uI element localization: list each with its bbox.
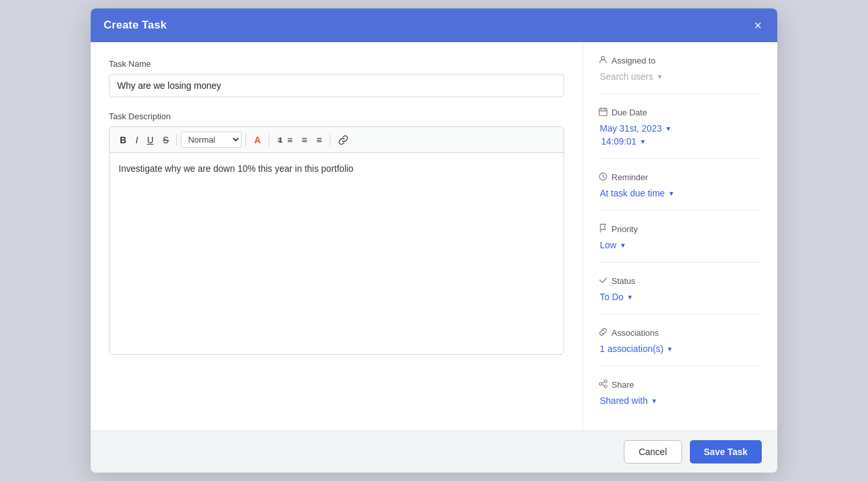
check-icon xyxy=(599,276,608,287)
due-date-value[interactable]: May 31st, 2023 ▼ xyxy=(600,123,762,134)
save-task-button[interactable]: Save Task xyxy=(690,440,762,463)
assigned-to-section: Assigned to Search users ▼ xyxy=(599,55,762,94)
assigned-to-label: Assigned to xyxy=(611,56,656,65)
toolbar-divider-4 xyxy=(330,134,330,146)
due-date-dropdown-arrow[interactable]: ▼ xyxy=(665,125,672,132)
due-time-text: 14:09:01 xyxy=(601,136,637,147)
associations-dropdown-arrow[interactable]: ▼ xyxy=(667,346,673,353)
person-icon xyxy=(599,55,608,66)
reminder-header: Reminder xyxy=(599,172,762,183)
svg-point-5 xyxy=(604,380,607,382)
share-value[interactable]: Shared with ▼ xyxy=(599,395,762,406)
strikethrough-button[interactable]: S xyxy=(159,132,172,148)
search-users-text: Search users xyxy=(600,71,653,82)
clock-icon xyxy=(599,172,608,183)
share-icon xyxy=(599,379,608,390)
link-icon xyxy=(338,135,348,145)
share-text: Shared with xyxy=(600,395,648,406)
reminder-dropdown-arrow[interactable]: ▼ xyxy=(668,190,674,197)
due-date-header: Due Date xyxy=(599,107,762,118)
due-date-text: May 31st, 2023 xyxy=(600,123,662,134)
link-button[interactable] xyxy=(334,132,352,148)
priority-value[interactable]: Low ▼ xyxy=(599,240,762,250)
editor-container: B I U S Normal Heading 1 Heading 2 A xyxy=(109,126,564,355)
share-section: Share Shared with ▼ xyxy=(599,379,762,417)
priority-dropdown-arrow[interactable]: ▼ xyxy=(620,242,626,249)
share-dropdown-arrow[interactable]: ▼ xyxy=(651,397,657,405)
toolbar-divider-2 xyxy=(246,134,246,146)
status-header: Status xyxy=(599,276,762,287)
assigned-to-dropdown-arrow[interactable]: ▼ xyxy=(656,73,663,80)
cancel-button[interactable]: Cancel xyxy=(624,440,682,463)
reminder-value[interactable]: At task due time ▼ xyxy=(599,188,762,198)
svg-point-7 xyxy=(599,382,602,385)
share-header: Share xyxy=(599,379,762,390)
priority-header: Priority xyxy=(599,224,762,235)
svg-text:1: 1 xyxy=(279,136,282,144)
modal-right: Assigned to Search users ▼ xyxy=(583,42,777,430)
modal-footer: Cancel Save Task xyxy=(91,430,777,473)
associations-text: 1 association(s) xyxy=(600,344,663,354)
reminder-section: Reminder At task due time ▼ xyxy=(599,172,762,211)
task-name-label: Task Name xyxy=(109,59,564,69)
status-text: To Do xyxy=(600,292,624,302)
editor-content[interactable]: Investigate why we are down 10% this yea… xyxy=(109,153,564,354)
reminder-text: At task due time xyxy=(600,188,665,198)
editor-toolbar: B I U S Normal Heading 1 Heading 2 A xyxy=(109,127,564,153)
underline-button[interactable]: U xyxy=(143,132,157,148)
toolbar-divider-1 xyxy=(176,134,177,146)
priority-label: Priority xyxy=(611,224,637,234)
italic-button[interactable]: I xyxy=(131,132,142,148)
format-select[interactable]: Normal Heading 1 Heading 2 xyxy=(181,132,242,148)
color-a-icon: A xyxy=(254,135,260,145)
priority-section: Priority Low ▼ xyxy=(599,224,762,263)
bold-button[interactable]: B xyxy=(116,132,130,148)
status-section: Status To Do ▼ xyxy=(599,276,762,314)
modal-header: Create Task × xyxy=(91,8,777,42)
unordered-list-button[interactable]: ≡ xyxy=(298,132,312,148)
due-date-section: Due Date May 31st, 2023 ▼ 14:09:01 ▼ xyxy=(599,107,762,159)
date-time-block: May 31st, 2023 ▼ 14:09:01 ▼ xyxy=(599,123,762,147)
modal-title: Create Task xyxy=(104,19,166,32)
task-name-input[interactable] xyxy=(109,74,564,97)
associations-value[interactable]: 1 association(s) ▼ xyxy=(599,344,762,354)
task-description-label: Task Description xyxy=(109,111,564,121)
align-button[interactable]: ≡ xyxy=(313,132,326,148)
status-value[interactable]: To Do ▼ xyxy=(599,292,762,302)
reminder-label: Reminder xyxy=(611,172,648,182)
due-time-dropdown-arrow[interactable]: ▼ xyxy=(640,138,646,145)
priority-text: Low xyxy=(600,240,617,250)
svg-point-2 xyxy=(602,56,605,60)
assigned-to-value[interactable]: Search users ▼ xyxy=(599,71,762,82)
flag-icon xyxy=(599,224,608,235)
svg-point-6 xyxy=(604,385,607,388)
ordered-list-button[interactable]: ≡ 1 ≡ xyxy=(273,132,297,148)
status-dropdown-arrow[interactable]: ▼ xyxy=(627,294,634,301)
associations-label: Associations xyxy=(611,328,659,338)
modal-left: Task Name Task Description B I U S Norma… xyxy=(91,42,583,430)
modal-body: Task Name Task Description B I U S Norma… xyxy=(91,42,777,430)
toolbar-divider-3 xyxy=(269,134,269,146)
associations-header: Associations xyxy=(599,327,762,338)
calendar-icon xyxy=(599,107,608,118)
create-task-modal: Create Task × Task Name Task Description… xyxy=(91,8,777,473)
assigned-to-header: Assigned to xyxy=(599,55,762,66)
link-icon-right xyxy=(599,327,608,338)
ordered-list-icon: ≡ 1 xyxy=(277,135,288,145)
close-button[interactable]: × xyxy=(751,18,764,33)
associations-section: Associations 1 association(s) ▼ xyxy=(599,327,762,366)
modal-overlay: Create Task × Task Name Task Description… xyxy=(0,0,868,481)
share-label: Share xyxy=(611,380,634,390)
due-time-value[interactable]: 14:09:01 ▼ xyxy=(600,136,762,147)
due-date-label: Due Date xyxy=(611,108,647,117)
text-color-button[interactable]: A xyxy=(250,133,264,147)
svg-rect-3 xyxy=(599,109,607,116)
status-label: Status xyxy=(611,276,635,286)
